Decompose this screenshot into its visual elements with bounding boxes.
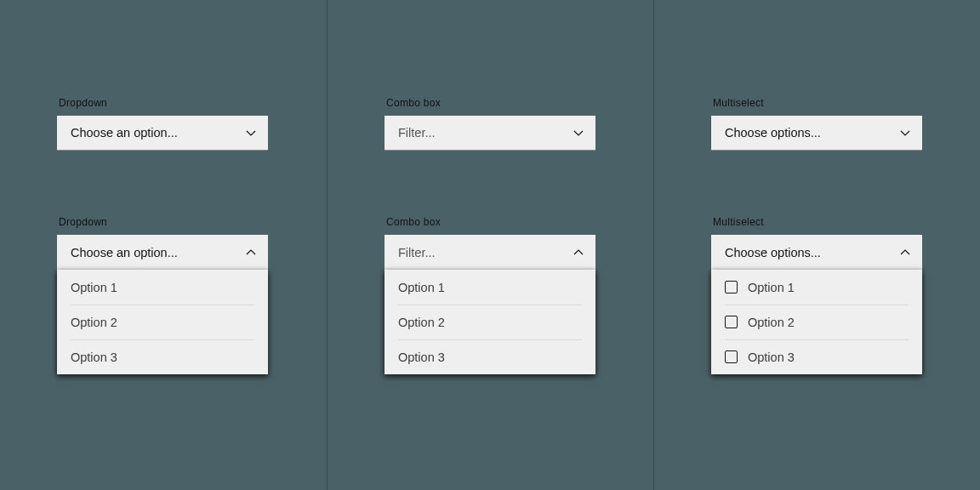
chevron-up-icon [572,246,585,259]
checkbox-icon[interactable] [725,281,738,293]
multiselect-label: Multiselect [711,97,922,109]
multiselect-option-label: Option 1 [748,281,795,294]
multiselect-column: Multiselect Choose options... Multiselec… [653,0,980,490]
chevron-up-icon [898,246,912,259]
combobox-trigger-closed[interactable]: Filter... [385,116,595,151]
dropdown-option-label: Option 1 [71,281,117,294]
dropdown-value: Choose an option... [71,126,178,140]
multiselect-closed-group: Multiselect Choose options... [711,97,922,151]
dropdown-closed-group: Dropdown Choose an option... [57,97,268,151]
multiselect-menu-wrap: Option 1 Option 2 Option 3 [711,270,922,374]
combobox-placeholder: Filter... [398,126,436,140]
checkbox-icon[interactable] [725,316,738,328]
combobox-option-label: Option 3 [398,350,445,364]
dropdown-option-label: Option 2 [71,316,117,329]
chevron-down-icon [898,126,912,140]
combobox-option-label: Option 2 [398,316,445,329]
multiselect-value: Choose options... [725,126,821,140]
multiselect-open-group: Multiselect Choose options... Option 1 O… [711,216,922,374]
dropdown-option[interactable]: Option 3 [57,339,268,374]
multiselect-option-label: Option 2 [748,316,795,329]
combobox-option[interactable]: Option 3 [385,339,595,374]
combobox-menu: Option 1 Option 2 Option 3 [385,270,595,374]
dropdown-option-label: Option 3 [71,350,117,364]
dropdown-option[interactable]: Option 1 [57,270,268,305]
combobox-label: Combo box [385,97,595,109]
dropdown-menu: Option 1 Option 2 Option 3 [57,270,268,374]
multiselect-value: Choose options... [725,246,821,259]
combobox-open-group: Combo box Filter... Option 1 Option 2 Op… [385,216,595,374]
chevron-down-icon [572,126,585,140]
multiselect-trigger-open[interactable]: Choose options... [711,235,922,270]
dropdown-trigger-closed[interactable]: Choose an option... [57,116,268,151]
multiselect-option[interactable]: Option 3 [711,339,922,374]
combobox-option[interactable]: Option 2 [385,305,595,339]
checkbox-icon[interactable] [725,350,738,363]
combobox-option[interactable]: Option 1 [385,270,595,305]
dropdown-open-group: Dropdown Choose an option... Option 1 Op… [57,216,268,374]
chevron-down-icon [244,126,258,140]
combobox-label: Combo box [385,216,595,228]
multiselect-label: Multiselect [711,216,922,228]
combobox-column: Combo box Filter... Combo box Filter... … [327,0,653,490]
dropdown-column: Dropdown Choose an option... Dropdown Ch… [0,0,327,490]
dropdown-value: Choose an option... [71,246,178,259]
dropdown-trigger-open[interactable]: Choose an option... [57,235,268,270]
multiselect-option[interactable]: Option 2 [711,305,922,339]
multiselect-menu: Option 1 Option 2 Option 3 [711,270,922,374]
combobox-option-label: Option 1 [398,281,445,294]
dropdown-label: Dropdown [57,97,268,109]
dropdown-label: Dropdown [57,216,268,228]
multiselect-trigger-closed[interactable]: Choose options... [711,116,922,151]
dropdown-option[interactable]: Option 2 [57,305,268,339]
combobox-placeholder: Filter... [398,246,436,259]
multiselect-option-label: Option 3 [748,350,795,364]
multiselect-option[interactable]: Option 1 [711,270,922,305]
dropdown-menu-wrap: Option 1 Option 2 Option 3 [57,270,268,374]
combobox-menu-wrap: Option 1 Option 2 Option 3 [385,270,595,374]
combobox-closed-group: Combo box Filter... [385,97,595,151]
chevron-up-icon [244,246,258,259]
combobox-trigger-open[interactable]: Filter... [385,235,595,270]
